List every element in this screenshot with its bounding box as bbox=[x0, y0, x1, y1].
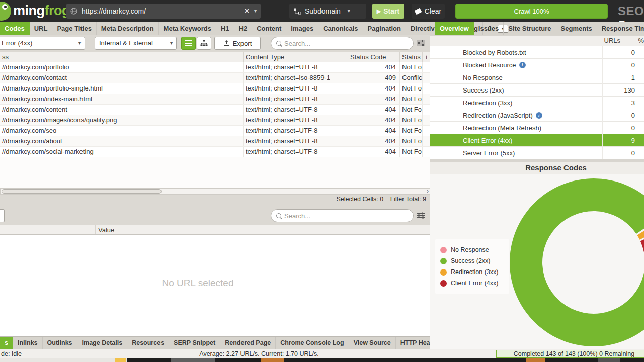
tab-meta-keywords[interactable]: Meta Keywords bbox=[159, 22, 216, 35]
crawl-scope-dropdown[interactable]: Subdomain ▾ bbox=[289, 4, 366, 19]
export-button[interactable]: Export bbox=[214, 37, 261, 50]
brand-gray: SEO bbox=[618, 4, 644, 18]
search-options-icon[interactable] bbox=[417, 212, 425, 219]
clear-button[interactable]: Clear bbox=[412, 4, 445, 19]
tab-url[interactable]: URL bbox=[30, 22, 53, 35]
cell-address: //dmarkcy.com/social-marketing bbox=[0, 147, 244, 157]
table-row[interactable]: //dmarkcy.com/contacttext/html; charset=… bbox=[0, 73, 430, 83]
start-button-label: Start bbox=[383, 7, 399, 15]
bottom-tab-chrome-console-log[interactable]: Chrome Console Log bbox=[276, 337, 349, 349]
overview-row-redirection-3xx[interactable]: Redirection (3xx)3 bbox=[430, 97, 644, 109]
tab-h1[interactable]: H1 bbox=[216, 22, 234, 35]
scroll-right-arrow-icon[interactable]: › bbox=[427, 188, 429, 195]
table-row[interactable]: //dmarkcy.com/index-main.htmltext/html; … bbox=[0, 94, 430, 105]
overview-row-client-error-4xx[interactable]: Client Error (4xx)9 bbox=[430, 134, 644, 147]
legend-label: Redirection (3xx) bbox=[451, 268, 498, 276]
chevron-down-icon: ▾ bbox=[170, 37, 173, 49]
bottom-tab-rendered-page[interactable]: Rendered Page bbox=[220, 337, 276, 349]
tab-segments[interactable]: Segments bbox=[556, 22, 597, 35]
column-header-address[interactable]: ss bbox=[0, 52, 244, 62]
legend-label: Client Error (4xx) bbox=[451, 280, 498, 287]
bottom-tab-image-details[interactable]: Image Details bbox=[77, 337, 128, 349]
list-view-button[interactable] bbox=[181, 37, 196, 50]
add-column-button[interactable]: + bbox=[423, 52, 430, 62]
tab-meta-description[interactable]: Meta Description bbox=[97, 22, 159, 35]
clear-url-icon[interactable]: × bbox=[245, 7, 249, 15]
tab-images[interactable]: Images bbox=[286, 22, 318, 35]
column-header-status[interactable]: Status bbox=[400, 52, 423, 62]
logo-text-white: ming bbox=[13, 3, 45, 18]
bottom-tab-view-source[interactable]: View Source bbox=[349, 337, 396, 349]
scrollbar-thumb[interactable] bbox=[2, 189, 162, 194]
tab-page-titles[interactable]: Page Titles bbox=[52, 22, 96, 35]
bottom-tab-inlinks[interactable]: Inlinks bbox=[13, 337, 43, 349]
url-input[interactable] bbox=[82, 7, 242, 15]
tab-pagination[interactable]: Pagination bbox=[363, 22, 406, 35]
table-row[interactable]: //dmarkcy.com/contenttext/html; charset=… bbox=[0, 105, 430, 115]
table-row[interactable]: //dmarkcy.com/social-marketingtext/html;… bbox=[0, 147, 430, 157]
completed-status-badge: Completed 143 of 143 (100%) 0 Remaining bbox=[496, 350, 644, 358]
cell-extra bbox=[423, 136, 430, 146]
table-row[interactable]: //dmarkcy.com/seotext/html; charset=UTF-… bbox=[0, 126, 430, 136]
overview-percent-column[interactable]: % bbox=[636, 36, 644, 46]
overview-row-no-response[interactable]: No Response1 bbox=[430, 71, 644, 84]
cell-status-code: 404 bbox=[348, 126, 400, 136]
tab-canonicals[interactable]: Canonicals bbox=[318, 22, 363, 35]
tab-response-times[interactable]: Response Times bbox=[597, 22, 644, 35]
tab-overview[interactable]: Overview bbox=[435, 22, 474, 35]
scope-dropdown[interactable]: Internal & External ▾ bbox=[95, 37, 177, 50]
column-header-content-type[interactable]: Content Type bbox=[244, 52, 348, 62]
start-button[interactable]: ▶ Start bbox=[372, 4, 404, 19]
search-options-icon[interactable] bbox=[417, 40, 425, 46]
legend-dot bbox=[440, 258, 447, 264]
overview-urls-column[interactable]: URLs bbox=[602, 36, 637, 46]
bottom-tab-s[interactable]: s bbox=[0, 337, 13, 349]
table-row[interactable]: //dmarkcy.com/portfoliotext/html; charse… bbox=[0, 62, 430, 73]
cell-content-type: text/html; charset=UTF-8 bbox=[244, 126, 348, 136]
column-header-name[interactable] bbox=[0, 225, 96, 234]
detail-toolbar-fragment[interactable] bbox=[0, 209, 5, 222]
overview-row-urls-count: 0 bbox=[602, 112, 635, 119]
tab-issues[interactable]: Issues bbox=[474, 22, 504, 35]
overview-row-server-error-5xx[interactable]: Server Error (5xx)0 bbox=[430, 147, 644, 159]
chart-title-strip: Response Codes bbox=[430, 162, 644, 174]
tab-codes[interactable]: Codes bbox=[0, 22, 30, 35]
column-header-value[interactable]: Value bbox=[96, 225, 114, 234]
donut-slice-success-2xx bbox=[510, 178, 644, 346]
overview-row-success-2xx[interactable]: Success (2xx)130 bbox=[430, 84, 644, 97]
frog-logo-icon bbox=[0, 2, 11, 21]
tab-site-structure[interactable]: Site Structure bbox=[504, 22, 556, 35]
cell-status-code: 404 bbox=[348, 83, 400, 94]
mode-status: de: Idle bbox=[1, 350, 22, 357]
table-search-input[interactable] bbox=[284, 40, 408, 47]
overview-row-blocked-resource[interactable]: Blocked Resourcei0 bbox=[430, 59, 644, 71]
overview-row-redirection-javascript[interactable]: Redirection (JavaScript)i0 bbox=[430, 109, 644, 122]
detail-search-box[interactable] bbox=[271, 209, 414, 222]
url-history-chevron-icon[interactable]: ▾ bbox=[254, 9, 257, 14]
overview-row-blocked-by-robots-txt[interactable]: Blocked by Robots.txt0 bbox=[430, 46, 644, 59]
filter-dropdown[interactable]: Error (4xx) ▾ bbox=[0, 37, 85, 50]
overview-row-redirection-meta-refresh[interactable]: Redirection (Meta Refresh)0 bbox=[430, 122, 644, 134]
overview-row-label: Redirection (JavaScript) bbox=[463, 112, 533, 119]
main-tab-bar: CodesURLPage TitlesMeta DescriptionMeta … bbox=[0, 22, 644, 35]
overview-panel: URLs % Blocked by Robots.txt0Blocked Res… bbox=[430, 35, 644, 349]
url-input-field[interactable]: × ▾ bbox=[66, 4, 261, 19]
cell-address: //dmarkcy.com/portfolio bbox=[0, 62, 244, 72]
cell-content-type: text/html; charset=UTF-8 bbox=[244, 147, 348, 157]
url-table: ss Content Type Status Code Status + //d… bbox=[0, 52, 430, 188]
table-row[interactable]: //dmarkcy.com/abouttext/html; charset=UT… bbox=[0, 136, 430, 147]
tab-h2[interactable]: H2 bbox=[234, 22, 253, 35]
bottom-tab-resources[interactable]: Resources bbox=[127, 337, 169, 349]
column-header-status-code[interactable]: Status Code bbox=[348, 52, 400, 62]
horizontal-scrollbar[interactable]: › bbox=[0, 188, 430, 195]
table-row[interactable]: //dmarkcy.com/portfolio-single.htmltext/… bbox=[0, 83, 430, 94]
table-search-box[interactable] bbox=[271, 37, 414, 50]
bottom-tab-outlinks[interactable]: Outlinks bbox=[43, 337, 77, 349]
bottom-tab-serp-snippet[interactable]: SERP Snippet bbox=[169, 337, 220, 349]
taskbar-segment bbox=[598, 358, 620, 362]
table-row[interactable]: //dmarkcy.com/images/icons/quality.pngte… bbox=[0, 115, 430, 126]
tree-view-button[interactable] bbox=[197, 37, 211, 50]
tab-content[interactable]: Content bbox=[252, 22, 286, 35]
overview-name-column bbox=[430, 36, 602, 46]
detail-search-input[interactable] bbox=[284, 212, 408, 220]
